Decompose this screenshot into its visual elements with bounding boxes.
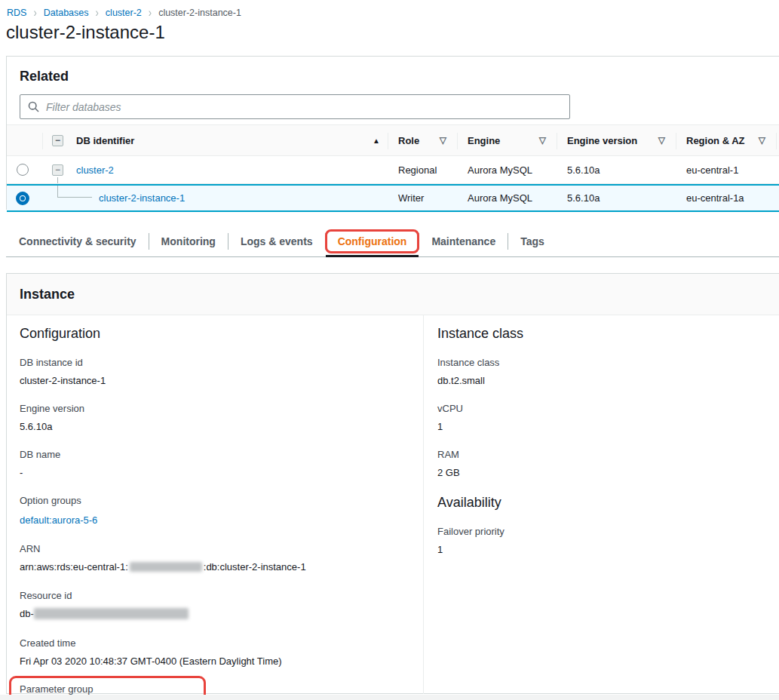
tab-connectivity-security[interactable]: Connectivity & security <box>6 226 149 256</box>
link-cluster-2[interactable]: cluster-2 <box>76 164 114 176</box>
field-value: 1 <box>437 421 779 432</box>
region-az-value: eu-central-1 <box>686 164 738 176</box>
instance-panel: Instance Configuration DB instance id cl… <box>6 273 779 694</box>
collapse-all-icon[interactable]: − <box>52 135 63 146</box>
radio-cluster-2-instance-1-selected[interactable] <box>16 192 29 205</box>
field-arn: ARN arn:aws:rds:eu-central-1::db:cluster… <box>20 543 408 573</box>
field-label: vCPU <box>437 403 779 414</box>
tab-maintenance[interactable]: Maintenance <box>419 226 508 256</box>
row-select-cell <box>7 186 42 210</box>
row-region-az-cell: eu-central-1a <box>676 186 776 210</box>
configuration-heading: Configuration <box>20 326 408 342</box>
instance-panel-header: Instance <box>7 274 779 315</box>
detail-tabs: Connectivity & security Monitoring Logs … <box>6 226 779 257</box>
header-region-az-cell: Region & AZ ▽ <box>676 125 776 155</box>
field-resource-id: Resource id db- <box>20 590 408 621</box>
instance-heading: Instance <box>20 287 75 302</box>
sort-ascending-icon[interactable]: ▲ <box>373 137 380 145</box>
filter-role-icon[interactable]: ▽ <box>440 135 446 146</box>
breadcrumb-rds[interactable]: RDS <box>7 8 26 18</box>
tab-logs-events[interactable]: Logs & events <box>228 226 325 256</box>
table-row-cluster-2-instance-1[interactable]: cluster-2-instance-1 Writer Aurora MySQL… <box>7 184 779 212</box>
db-table-header: − DB identifier ▲ Role ▽ Engine ▽ Engine… <box>7 124 779 156</box>
tab-tags[interactable]: Tags <box>508 226 557 256</box>
instance-class-heading: Instance class <box>437 326 779 342</box>
option-group-link[interactable]: default:aurora-5-6 <box>20 514 97 526</box>
field-engine-version: Engine version 5.6.10a <box>20 403 408 432</box>
field-ram: RAM 2 GB <box>437 449 779 478</box>
column-engine-version[interactable]: Engine version <box>567 135 637 146</box>
breadcrumb-separator-icon: › <box>96 6 99 20</box>
resource-id-prefix: db- <box>20 608 34 619</box>
field-label: DB name <box>20 449 408 460</box>
field-label: Created time <box>20 637 408 649</box>
filter-engine-version-icon[interactable]: ▽ <box>658 135 665 146</box>
row-engine-version-cell: 5.6.10a <box>557 186 676 210</box>
breadcrumb-databases[interactable]: Databases <box>44 8 89 18</box>
breadcrumb: RDS › Databases › cluster-2 › cluster-2-… <box>7 7 241 18</box>
field-value: 5.6.10a <box>20 421 408 432</box>
engine-value: Aurora MySQL <box>468 192 532 204</box>
configuration-column: Configuration DB instance id cluster-2-i… <box>7 315 424 694</box>
tab-configuration-label: Configuration <box>338 235 407 247</box>
row-engine-cell: Aurora MySQL <box>457 186 557 210</box>
engine-value: Aurora MySQL <box>468 164 532 176</box>
field-label: Failover priority <box>437 526 779 537</box>
row-engine-cell: Aurora MySQL <box>457 156 557 183</box>
filter-databases-input[interactable] <box>46 101 562 113</box>
filter-databases-box <box>20 94 570 119</box>
engine-version-value: 5.6.10a <box>567 192 600 204</box>
redacted-account-id <box>130 562 202 572</box>
tab-configuration[interactable]: Configuration <box>326 226 419 256</box>
tab-monitoring[interactable]: Monitoring <box>149 226 228 256</box>
availability-heading: Availability <box>437 495 779 511</box>
row-trailing-cell <box>776 156 779 183</box>
field-instance-class: Instance class db.t2.small <box>437 357 779 386</box>
related-heading: Related <box>20 69 779 84</box>
related-panel: Related − DB identifier ▲ Role ▽ Engine … <box>6 56 779 210</box>
field-label: ARN <box>20 543 408 554</box>
field-label: RAM <box>437 449 779 460</box>
role-value: Writer <box>398 192 424 204</box>
page-bottom-strip <box>0 695 779 700</box>
radio-cluster-2[interactable] <box>17 164 29 176</box>
link-cluster-2-instance-1[interactable]: cluster-2-instance-1 <box>99 192 185 204</box>
field-option-groups: Option groups default:aurora-5-6 <box>20 495 408 527</box>
row-db-identifier-cell: − cluster-2 <box>42 156 388 183</box>
engine-version-value: 5.6.10a <box>567 164 600 176</box>
instance-class-column: Instance class Instance class db.t2.smal… <box>424 315 779 694</box>
field-value: cluster-2-instance-1 <box>20 375 408 386</box>
breadcrumb-cluster[interactable]: cluster-2 <box>106 8 142 18</box>
field-created-time: Created time Fri Apr 03 2020 10:48:37 GM… <box>20 637 408 667</box>
column-region-az[interactable]: Region & AZ <box>686 135 745 146</box>
header-engine-version-cell: Engine version ▽ <box>557 125 676 155</box>
field-label: DB instance id <box>20 357 408 368</box>
role-value: Regional <box>398 164 437 176</box>
table-row-cluster-2[interactable]: − cluster-2 Regional Aurora MySQL 5.6.10… <box>7 156 779 184</box>
filter-region-az-icon[interactable]: ▽ <box>759 135 765 146</box>
row-trailing-cell <box>776 186 779 210</box>
breadcrumb-separator-icon: › <box>149 6 152 20</box>
collapse-row-icon[interactable]: − <box>52 164 63 176</box>
arn-prefix: arn:aws:rds:eu-central-1: <box>20 561 128 573</box>
header-select-cell <box>7 125 42 155</box>
row-role-cell: Regional <box>388 156 457 183</box>
field-db-name: DB name - <box>20 449 408 478</box>
row-region-az-cell: eu-central-1 <box>676 156 776 183</box>
field-vcpu: vCPU 1 <box>437 403 779 432</box>
column-db-identifier[interactable]: DB identifier <box>76 135 134 146</box>
header-engine-cell: Engine ▽ <box>457 125 557 155</box>
header-role-cell: Role ▽ <box>388 125 457 155</box>
row-select-cell <box>7 156 42 183</box>
column-role[interactable]: Role <box>398 135 419 146</box>
column-engine[interactable]: Engine <box>468 135 500 146</box>
field-value: Fri Apr 03 2020 10:48:37 GMT-0400 (Easte… <box>20 655 408 667</box>
field-failover-priority: Failover priority 1 <box>437 526 779 555</box>
row-db-identifier-cell: cluster-2-instance-1 <box>42 186 388 210</box>
filter-engine-icon[interactable]: ▽ <box>539 135 546 146</box>
row-engine-version-cell: 5.6.10a <box>557 156 676 183</box>
tree-line <box>57 177 58 183</box>
field-label: Instance class <box>437 357 779 368</box>
field-label: Option groups <box>20 495 408 506</box>
field-db-instance-id: DB instance id cluster-2-instance-1 <box>20 357 408 386</box>
